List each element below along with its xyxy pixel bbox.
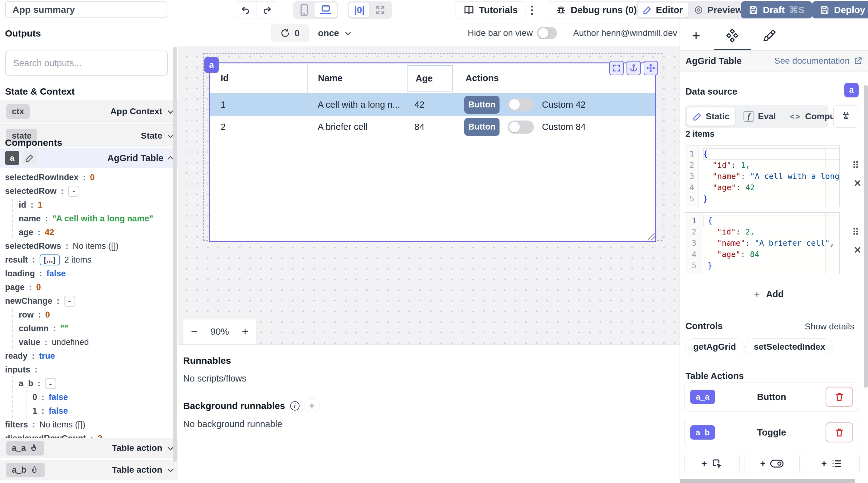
column-header[interactable]: Id [210, 63, 307, 93]
drag-handle-icon[interactable]: ⠿ [852, 227, 858, 237]
sidebar-scrollbar[interactable] [173, 47, 177, 462]
tree-row[interactable]: id1 [0, 198, 178, 212]
add-item-button[interactable]: + Add [680, 287, 858, 302]
table-action-card[interactable]: a_b Toggle [684, 418, 859, 447]
delete-action-button[interactable] [826, 387, 853, 407]
expand-value-box[interactable]: - [45, 378, 56, 389]
table-action-card[interactable]: a_a Button [684, 382, 859, 411]
delete-action-button[interactable] [826, 422, 853, 443]
add-select-action-button[interactable] [804, 454, 860, 473]
row-toggle[interactable] [508, 120, 534, 134]
add-toggle-action-button[interactable] [744, 454, 800, 473]
expand-value-box[interactable]: - [68, 186, 79, 197]
mode-static[interactable]: Static [687, 107, 735, 126]
tree-row[interactable]: age42 [0, 225, 178, 239]
search-outputs-input[interactable] [5, 51, 168, 76]
json-editor[interactable]: 12345 { "id"1, "name""A cell with a long… [685, 145, 840, 207]
zoom-out-button[interactable]: − [191, 325, 197, 338]
deploy-button[interactable]: Deploy [812, 1, 868, 19]
row-action-button[interactable]: Button [464, 96, 499, 114]
horizontal-scrollbar[interactable] [680, 479, 855, 483]
component-badge[interactable]: a [204, 57, 219, 73]
control-pill[interactable]: setSelectedIndex [745, 338, 834, 355]
redo-button[interactable] [256, 1, 277, 19]
tree-row[interactable]: selectedRow- [0, 184, 178, 198]
refresh-button[interactable]: 0 [271, 24, 309, 42]
canvas-grid[interactable]: a Id Name Actions Age 1 A [178, 47, 680, 344]
preview-tab[interactable]: Preview [689, 2, 748, 18]
aggrid-table-component[interactable]: Id Name Actions Age 1 A cell with a long… [209, 62, 656, 242]
component-header-row[interactable]: a AgGrid Table [0, 148, 178, 168]
tree-row[interactable]: name"A cell with a long name" [0, 212, 178, 225]
tree-row[interactable]: loadingfalse [0, 267, 178, 280]
connect-data-source-button[interactable] [833, 105, 858, 128]
tree-row[interactable]: filtersNo items ([]) [0, 418, 178, 431]
control-pill[interactable]: getAgGrid [685, 338, 744, 355]
add-button-action-button[interactable] [684, 454, 740, 473]
tutorials-button[interactable]: Tutorials [456, 1, 525, 19]
chevron-down-icon[interactable] [167, 466, 173, 472]
close-icon[interactable]: ✕ [853, 244, 862, 256]
tree-row[interactable]: selectedRowsNo items ([]) [0, 239, 178, 253]
zoom-in-button[interactable]: + [242, 325, 248, 338]
tree-row[interactable]: 1false [0, 404, 178, 418]
refresh-icon [280, 28, 290, 38]
expand-array-box[interactable]: [...] [40, 254, 60, 265]
anchor-component-button[interactable] [626, 61, 641, 75]
move-component-button[interactable] [644, 61, 658, 75]
mode-eval[interactable]: f Eval [738, 107, 782, 126]
fullscreen-layout-button[interactable] [370, 2, 391, 18]
chevron-up-icon[interactable] [167, 156, 173, 162]
undo-button[interactable] [235, 1, 256, 19]
tab-insert-component[interactable]: + [689, 28, 704, 43]
table-row[interactable]: 2 A briefer cell 84 Button Custom 84 [210, 116, 655, 138]
tree-row[interactable]: a_b- [0, 376, 178, 390]
component-settings-panel: + AgGrid Table See documentation Data so… [680, 19, 868, 483]
tree-row[interactable]: column"" [0, 321, 178, 335]
expand-value-box[interactable]: - [64, 296, 75, 307]
tree-row[interactable]: row0 [0, 308, 178, 321]
vertical-scrollbar[interactable] [864, 85, 868, 388]
tree-row[interactable]: newChange- [0, 294, 178, 308]
tree-row[interactable]: valueundefined [0, 335, 178, 349]
see-documentation-link[interactable]: See documentation [774, 56, 863, 66]
editor-tab[interactable]: Editor [638, 2, 688, 18]
runnables-empty-text: No scripts/flows [183, 373, 247, 384]
debug-runs-button[interactable]: Debug runs (0) [548, 1, 645, 19]
table-action-output-row[interactable]: a_b Table action [0, 460, 178, 480]
component-id-badge[interactable]: a [5, 151, 19, 165]
column-header[interactable]: Actions [455, 63, 655, 93]
schedule-select[interactable]: once [318, 24, 349, 42]
json-editor[interactable]: 12345 { "id"2, "name""A briefer cell", "… [685, 212, 840, 274]
add-background-runnable-button[interactable]: + [305, 398, 319, 414]
resize-handle[interactable] [648, 233, 655, 240]
app-summary-input[interactable] [5, 1, 167, 18]
selected-column-header[interactable]: Age [407, 65, 453, 91]
info-icon[interactable]: i [290, 401, 300, 410]
tree-row[interactable]: result[...]2 items [0, 253, 178, 267]
tree-row[interactable]: inputs [0, 363, 178, 376]
drag-handle-icon[interactable]: ⠿ [852, 160, 858, 171]
hide-bar-toggle[interactable] [537, 27, 557, 39]
row-toggle[interactable] [508, 98, 534, 111]
tree-row[interactable]: readytrue [0, 349, 178, 363]
tree-row[interactable]: selectedRowIndex0 [0, 170, 178, 184]
tree-row[interactable]: 0false [0, 390, 178, 404]
column-header[interactable]: Name [307, 63, 404, 93]
tree-row[interactable]: page0 [0, 280, 178, 294]
ctx-row[interactable]: ctx App Context [0, 100, 178, 123]
tab-component-settings[interactable] [725, 28, 740, 43]
draft-button[interactable]: Draft ⌘S [741, 1, 812, 19]
mobile-view-button[interactable] [294, 2, 314, 18]
center-layout-button[interactable]: |0| [349, 2, 369, 18]
show-details-button[interactable]: Show details [805, 321, 854, 332]
table-action-output-row[interactable]: a_a Table action [0, 438, 178, 458]
expand-component-button[interactable] [609, 61, 624, 75]
desktop-view-button[interactable] [314, 2, 337, 18]
row-action-button[interactable]: Button [464, 118, 499, 136]
close-icon[interactable]: ✕ [853, 177, 862, 189]
tab-styling[interactable] [762, 28, 777, 43]
table-row[interactable]: 1 A cell with a long n... 42 Button Cust… [210, 93, 655, 116]
rename-component-button[interactable] [23, 151, 37, 165]
code-icon: <> [790, 112, 801, 121]
